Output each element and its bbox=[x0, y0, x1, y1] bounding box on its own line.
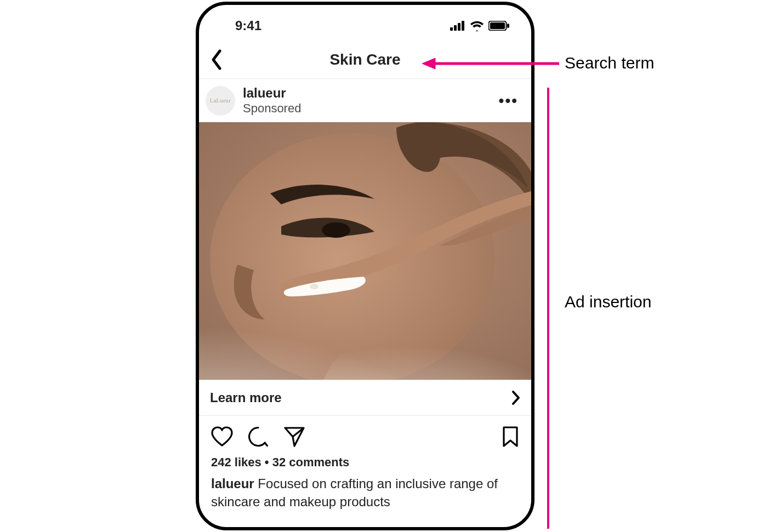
wifi-icon bbox=[470, 20, 484, 31]
canvas: 9:41 bbox=[0, 0, 762, 532]
like-icon[interactable] bbox=[211, 426, 233, 447]
more-button[interactable]: ••• bbox=[496, 90, 521, 112]
post-meta: 242 likes • 32 comments bbox=[199, 452, 531, 470]
cellular-icon bbox=[450, 21, 465, 31]
svg-rect-2 bbox=[458, 23, 460, 31]
post-username[interactable]: lalueur bbox=[243, 85, 301, 101]
svg-marker-15 bbox=[422, 58, 435, 69]
page-title: Skin Care bbox=[329, 51, 400, 68]
cta-label: Learn more bbox=[210, 390, 282, 405]
status-time: 9:41 bbox=[235, 18, 261, 33]
svg-rect-0 bbox=[450, 27, 453, 31]
back-button[interactable] bbox=[210, 49, 223, 71]
share-icon[interactable] bbox=[283, 426, 305, 447]
phone-frame: 9:41 bbox=[196, 2, 534, 530]
ad-image[interactable] bbox=[199, 122, 531, 380]
svg-point-9 bbox=[322, 222, 350, 238]
cta-row[interactable]: Learn more bbox=[199, 380, 531, 416]
chevron-left-icon bbox=[210, 49, 223, 71]
post-header: LaLueur lalueur Sponsored ••• bbox=[199, 79, 531, 122]
caption-text: Focused on crafting an inclusive range o… bbox=[211, 476, 498, 508]
svg-rect-3 bbox=[462, 21, 464, 31]
caption-handle[interactable]: lalueur bbox=[211, 476, 254, 491]
sponsored-label: Sponsored bbox=[243, 101, 301, 116]
svg-rect-6 bbox=[507, 24, 509, 28]
battery-icon bbox=[488, 21, 509, 31]
comment-icon[interactable] bbox=[247, 426, 269, 448]
annotation-ad-line bbox=[547, 88, 549, 529]
status-icons bbox=[450, 20, 509, 31]
svg-rect-5 bbox=[490, 22, 505, 29]
post-actions bbox=[199, 416, 531, 452]
arrow-search-term bbox=[422, 57, 559, 70]
annotation-ad-insertion: Ad insertion bbox=[565, 293, 651, 311]
chevron-right-icon bbox=[511, 390, 520, 405]
avatar-label: LaLueur bbox=[210, 98, 231, 104]
post-caption: lalueur Focused on crafting an inclusive… bbox=[199, 470, 531, 511]
annotation-search-term: Search term bbox=[565, 54, 654, 72]
status-bar: 9:41 bbox=[199, 5, 531, 41]
svg-rect-1 bbox=[454, 25, 457, 31]
avatar[interactable]: LaLueur bbox=[206, 86, 235, 116]
post-header-names: lalueur Sponsored bbox=[243, 85, 301, 116]
bookmark-icon[interactable] bbox=[502, 426, 519, 448]
